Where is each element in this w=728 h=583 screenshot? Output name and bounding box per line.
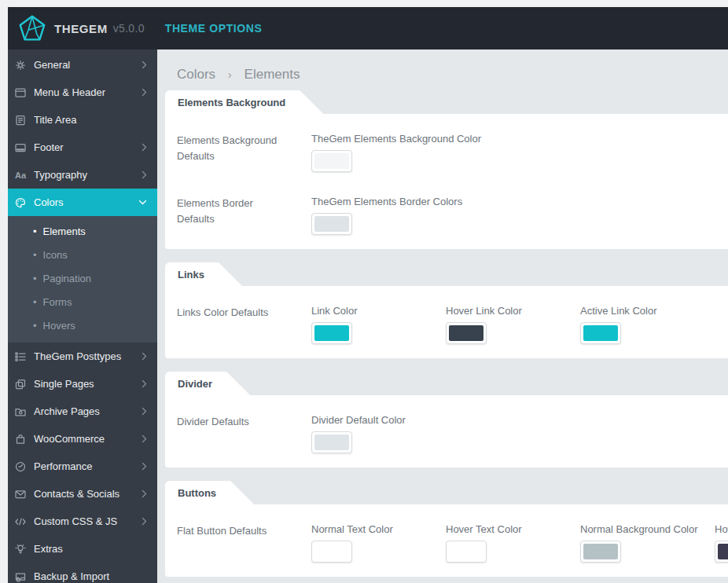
sidebar-item-backup-import[interactable]: Backup & Import bbox=[8, 563, 157, 583]
gem-pentagon-icon bbox=[17, 13, 47, 43]
sidebar-item-label: WooCommerce bbox=[34, 433, 142, 445]
color-swatch[interactable] bbox=[311, 541, 352, 563]
bullet-icon: • bbox=[33, 226, 37, 237]
option-row: Flat Button DefaultsNormal Text ColorHov… bbox=[177, 523, 728, 563]
sidebar-item-label: Title Area bbox=[34, 114, 147, 126]
svg-text:Aa: Aa bbox=[15, 170, 27, 180]
field-label: Divider Default Color bbox=[311, 414, 446, 426]
sidebar-item-label: Performance bbox=[34, 460, 142, 472]
color-swatch[interactable] bbox=[580, 322, 621, 344]
sidebar-item-label: Typography bbox=[34, 169, 142, 181]
option-row: Elements Border DefaultsTheGem Elements … bbox=[177, 196, 728, 235]
color-swatch[interactable] bbox=[446, 541, 487, 563]
chevron-right-icon bbox=[142, 352, 147, 361]
color-field-thegem-elements-background-color: TheGem Elements Background Color bbox=[311, 133, 446, 172]
sidebar-item-footer[interactable]: Footer bbox=[8, 134, 157, 161]
color-field-active-link-color: Active Link Color bbox=[580, 305, 715, 344]
sidebar-item-menu-header[interactable]: Menu & Header bbox=[8, 79, 157, 106]
sidebar-subitem-label: Pagination bbox=[43, 273, 91, 284]
color-swatch[interactable] bbox=[311, 431, 352, 453]
breadcrumb: Colors › Elements bbox=[157, 50, 728, 90]
fields: TheGem Elements Background Color bbox=[311, 133, 446, 172]
color-field-hover-text-color: Hover Text Color bbox=[446, 523, 580, 563]
color-field-divider-default-color: Divider Default Color bbox=[311, 414, 446, 453]
sections: Elements BackgroundElements Background D… bbox=[157, 90, 728, 577]
chevron-right-icon bbox=[142, 462, 147, 471]
breadcrumb-separator-icon: › bbox=[228, 68, 232, 81]
sidebar-subitem-elements[interactable]: •Elements bbox=[8, 219, 157, 243]
theme-options-link[interactable]: THEME OPTIONS bbox=[165, 22, 263, 35]
sidebar-item-single-pages[interactable]: Single Pages bbox=[8, 370, 157, 398]
brand-version: v5.0.0 bbox=[113, 22, 145, 35]
sidebar-item-colors[interactable]: Colors bbox=[8, 189, 157, 216]
field-label: Active Link Color bbox=[580, 305, 715, 317]
sidebar-item-label: Contacts & Socials bbox=[34, 488, 142, 500]
chevron-right-icon bbox=[142, 407, 147, 416]
sidebar-subitem-pagination[interactable]: •Pagination bbox=[8, 266, 157, 290]
color-swatch[interactable] bbox=[311, 213, 352, 235]
sidebar-item-label: Custom CSS & JS bbox=[34, 515, 142, 527]
sidebar-item-custom-css-js[interactable]: Custom CSS & JS bbox=[8, 508, 157, 535]
sidebar-item-general[interactable]: General bbox=[8, 51, 157, 79]
window-icon bbox=[14, 86, 27, 99]
field-label: Link Color bbox=[311, 305, 446, 317]
color-swatch[interactable] bbox=[580, 541, 621, 563]
field-label: Normal Background Color bbox=[580, 523, 715, 535]
code-icon bbox=[14, 515, 27, 528]
color-swatch-fill bbox=[314, 325, 349, 341]
section-tab: Elements Background bbox=[165, 90, 323, 114]
sidebar-item-contacts-socials[interactable]: Contacts & Socials bbox=[8, 480, 157, 508]
color-swatch-fill bbox=[314, 544, 349, 559]
section-body: Elements Background DefaultsTheGem Eleme… bbox=[165, 114, 728, 249]
sidebar-subitem-label: Forms bbox=[43, 296, 72, 308]
document-icon bbox=[14, 114, 27, 126]
fields: Normal Text ColorHover Text ColorNormal … bbox=[311, 523, 728, 563]
sidebar-item-extras[interactable]: Extras bbox=[8, 535, 157, 563]
section-tab: Buttons bbox=[165, 481, 254, 504]
sidebar-item-woocommerce[interactable]: WooCommerce bbox=[8, 425, 157, 453]
bulb-icon bbox=[14, 543, 27, 556]
option-row-label: Elements Border Defaults bbox=[177, 196, 311, 235]
color-swatch-fill bbox=[718, 544, 728, 559]
sidebar-item-label: TheGem Posttypes bbox=[34, 350, 142, 362]
section-body: Flat Button DefaultsNormal Text ColorHov… bbox=[165, 504, 728, 577]
colors-submenu: •Elements•Icons•Pagination•Forms•Hovers bbox=[8, 216, 157, 343]
brand-title: THEGEM bbox=[54, 22, 108, 35]
chevron-right-icon bbox=[142, 143, 147, 152]
color-swatch-fill bbox=[314, 434, 349, 450]
sidebar-item-archive-pages[interactable]: Archive Pages bbox=[8, 398, 157, 425]
chevron-right-icon bbox=[142, 490, 147, 498]
archive-icon bbox=[14, 405, 27, 418]
sidebar-item-label: Archive Pages bbox=[34, 405, 142, 417]
option-row-label: Flat Button Defaults bbox=[177, 523, 311, 563]
sidebar-item-title-area[interactable]: Title Area bbox=[8, 106, 157, 134]
bag-icon bbox=[14, 433, 27, 446]
chevron-down-icon bbox=[138, 200, 147, 205]
gear-icon bbox=[14, 59, 27, 72]
chevron-right-icon bbox=[142, 434, 147, 443]
sidebar-subitem-icons[interactable]: •Icons bbox=[8, 243, 157, 266]
color-swatch[interactable] bbox=[446, 322, 487, 344]
sidebar-item-performance[interactable]: Performance bbox=[8, 453, 157, 480]
sidebar-item-typography[interactable]: AaTypography bbox=[8, 161, 157, 189]
section-tab: Divider bbox=[165, 372, 250, 395]
sidebar-item-label: Backup & Import bbox=[34, 570, 147, 582]
color-swatch[interactable] bbox=[311, 322, 352, 344]
breadcrumb-parent[interactable]: Colors bbox=[177, 67, 215, 82]
bullet-icon: • bbox=[33, 249, 37, 261]
sidebar-subitem-forms[interactable]: •Forms bbox=[8, 290, 157, 314]
color-swatch[interactable] bbox=[311, 150, 352, 172]
field-label: Hover Background Color bbox=[715, 523, 728, 535]
sidebar-item-thegem-posttypes[interactable]: TheGem Posttypes bbox=[8, 343, 157, 370]
section-body: Links Color DefaultsLink ColorHover Link… bbox=[165, 286, 728, 358]
color-swatch[interactable] bbox=[715, 541, 728, 563]
sidebar-item-label: Extras bbox=[34, 543, 147, 555]
color-swatch-fill bbox=[583, 325, 618, 341]
palette-icon bbox=[14, 196, 27, 209]
sidebar-subitem-hovers[interactable]: •Hovers bbox=[8, 314, 157, 337]
field-label: TheGem Elements Border Colors bbox=[311, 196, 446, 207]
page: THEGEM v5.0.0 THEME OPTIONS GeneralMenu … bbox=[0, 0, 728, 583]
section-divider: DividerDivider DefaultsDivider Default C… bbox=[165, 372, 728, 468]
chevron-right-icon bbox=[142, 380, 147, 388]
envelope-icon bbox=[14, 488, 27, 500]
